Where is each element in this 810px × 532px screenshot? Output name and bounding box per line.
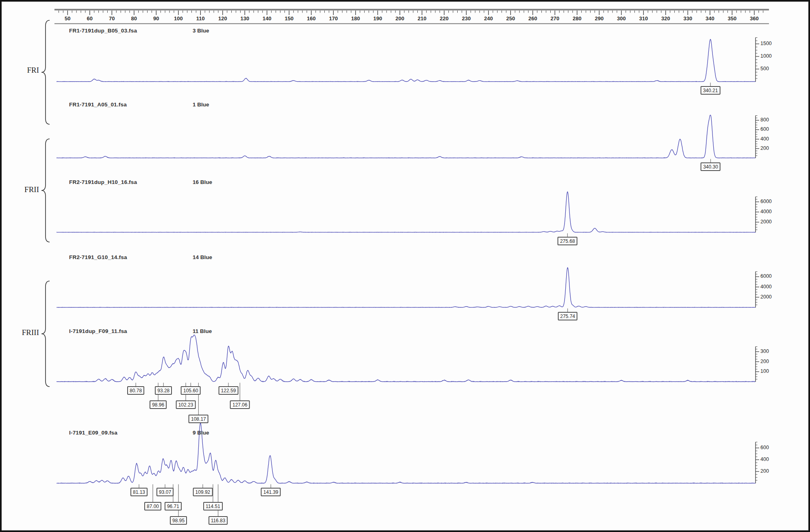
ruler-tick-label: 360 (745, 15, 763, 22)
ruler-tick-label: 230 (457, 15, 475, 22)
ruler-tick-label: 320 (657, 15, 675, 22)
ruler-tick-label: 80 (125, 15, 143, 22)
ruler-tick-label: 340 (701, 15, 719, 22)
ruler-tick-label: 90 (147, 15, 165, 22)
peak-size-label: 275.74 (558, 312, 578, 320)
group-label-friii: FRIII (11, 328, 39, 337)
ruler-tick-label: 300 (612, 15, 630, 22)
panel-file-label: I-7191_E09_09.fsa (69, 430, 117, 436)
peak-size-label: 108.17 (189, 415, 208, 423)
panel-file-label: FR2-7191_G10_14.fsa (69, 254, 127, 260)
ruler-tick-label: 280 (568, 15, 586, 22)
peak-size-label: 116.83 (208, 516, 228, 525)
ruler-tick-label: 100 (169, 15, 187, 22)
ruler-tick-label: 200 (391, 15, 409, 22)
ruler-tick-label: 350 (723, 15, 741, 22)
group-brace-frii (41, 139, 50, 242)
ruler-separator-line (54, 23, 769, 24)
y-axis-tick-label: 400 (760, 136, 769, 142)
peak-size-label: 114.51 (203, 502, 223, 510)
peak-size-label: 93.07 (156, 488, 174, 496)
y-axis-tick-label: 200 (760, 145, 769, 151)
ruler-bar-top-edge (54, 9, 769, 10)
ruler-tick-label: 270 (546, 15, 564, 22)
peak-size-label: 109.92 (193, 488, 213, 496)
peak-size-label: 105.60 (181, 386, 201, 395)
y-axis-tick-label: 400 (760, 456, 769, 462)
ruler-tick-label: 60 (81, 15, 99, 22)
y-axis-tick-label: 1500 (760, 41, 772, 46)
peak-size-label: 340.21 (701, 86, 721, 95)
peak-size-label: 81.13 (130, 488, 148, 496)
y-axis-tick-label: 100 (760, 368, 769, 374)
ruler-tick-label: 130 (236, 15, 254, 22)
peak-size-label: 340.30 (701, 162, 721, 171)
y-axis-tick-label: 500 (760, 66, 769, 71)
group-label-fri: FRI (11, 66, 39, 75)
panel-file-label: FR2-7191dup_H10_16.fsa (69, 179, 137, 185)
ruler-tick-label: 110 (191, 15, 209, 22)
trace-line-panel-3 (56, 268, 756, 307)
ruler-tick-label: 70 (103, 15, 121, 22)
panel-lane-label: 16 Blue (193, 179, 212, 185)
ruler-tick-label: 260 (524, 15, 542, 22)
peak-size-label: 127.06 (230, 400, 250, 409)
ruler-tick-label: 170 (324, 15, 342, 22)
trace-line-panel-5 (56, 423, 756, 483)
ruler-tick-label: 50 (59, 15, 76, 22)
y-axis-tick-label: 1000 (760, 53, 772, 59)
peak-size-label: 141.39 (261, 488, 281, 496)
y-axis-tick-label: 2000 (760, 294, 772, 300)
y-axis-tick-label: 2000 (760, 219, 772, 225)
panel-file-label: FR1-7191_A05_01.fsa (69, 102, 127, 108)
peak-size-label: 98.95 (170, 516, 187, 525)
ruler-tick-label: 120 (214, 15, 232, 22)
panel-lane-label: 9 Blue (193, 430, 209, 436)
panel-lane-label: 1 Blue (193, 102, 209, 108)
ruler-tick-label: 140 (258, 15, 276, 22)
panel-file-label: I-7191dup_F09_11.fsa (69, 328, 127, 334)
panel-lane-label: 14 Blue (193, 254, 212, 260)
ruler-tick-label: 250 (502, 15, 519, 22)
ruler-tick-label: 210 (413, 15, 431, 22)
trace-line-panel-2 (56, 192, 756, 232)
y-axis-tick-label: 200 (760, 359, 769, 364)
peak-size-label: 275.68 (558, 237, 578, 245)
electropherogram-figure: 5060708090100110120130140150160170180190… (0, 0, 810, 532)
ruler-tick-label: 180 (347, 15, 365, 22)
ruler-tick-label: 240 (480, 15, 497, 22)
ruler-tick-label: 150 (280, 15, 298, 22)
peak-size-label: 98.96 (150, 400, 167, 409)
y-axis-tick-label: 4000 (760, 209, 772, 214)
ruler-tick-label: 160 (302, 15, 320, 22)
peak-size-label: 96.71 (165, 502, 182, 510)
y-axis-tick-label: 4000 (760, 284, 772, 290)
peak-size-label: 93.28 (155, 386, 172, 395)
y-axis-tick-label: 800 (760, 117, 769, 123)
ruler-tick-label: 290 (590, 15, 608, 22)
y-axis-tick-label: 600 (760, 126, 769, 132)
y-axis-tick-label: 300 (760, 348, 769, 354)
panel-lane-label: 11 Blue (193, 328, 212, 334)
y-axis-tick-label: 6000 (760, 199, 772, 204)
ruler-tick-label: 310 (634, 15, 652, 22)
ruler-tick-label: 190 (369, 15, 387, 22)
peak-size-label: 102.23 (176, 400, 196, 409)
ruler-tick-label: 330 (679, 15, 697, 22)
group-brace-friii (41, 281, 50, 387)
panel-file-label: FR1-7191dup_B05_03.fsa (69, 28, 137, 34)
peak-size-label: 80.78 (127, 386, 144, 395)
peak-size-label: 122.59 (219, 386, 239, 395)
peak-size-label: 87.00 (144, 502, 161, 510)
panel-lane-label: 3 Blue (193, 28, 209, 34)
y-axis-tick-label: 600 (760, 445, 769, 450)
trace-line-panel-4 (56, 335, 756, 382)
ruler-tick-label: 220 (435, 15, 453, 22)
group-brace-fri (41, 20, 50, 124)
figure-vector-layer (2, 2, 810, 532)
y-axis-tick-label: 200 (760, 468, 769, 474)
trace-line-panel-1 (56, 115, 756, 158)
group-label-frii: FRII (11, 185, 39, 194)
y-axis-tick-label: 6000 (760, 273, 772, 279)
trace-line-panel-0 (56, 39, 756, 82)
